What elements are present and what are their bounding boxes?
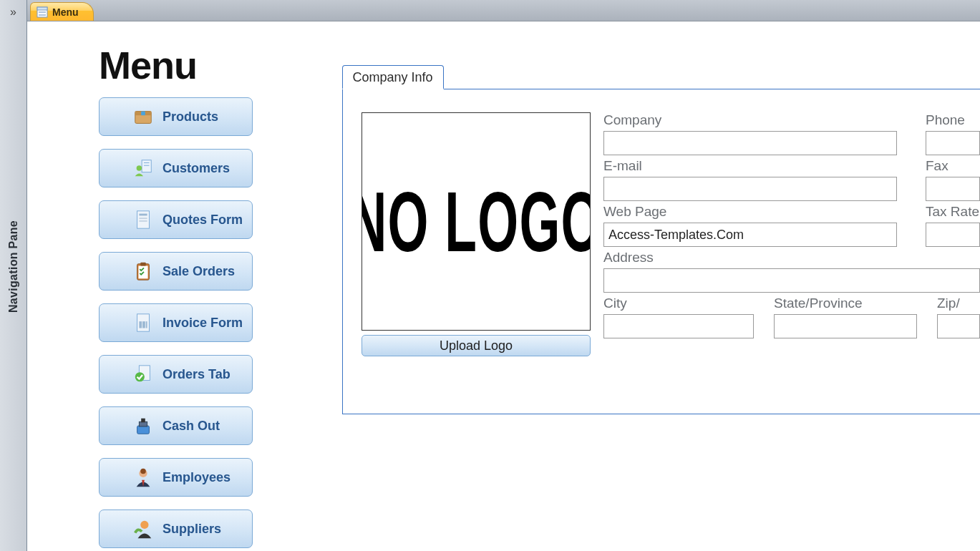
svg-rect-6 bbox=[141, 112, 145, 116]
email-input[interactable] bbox=[603, 177, 897, 201]
cash-register-icon bbox=[131, 415, 155, 437]
document-icon bbox=[131, 209, 155, 230]
svg-rect-14 bbox=[139, 220, 147, 222]
menu-label: Cash Out bbox=[162, 419, 220, 434]
menu-label: Customers bbox=[162, 161, 230, 176]
menu-button-sale-orders[interactable]: Sale Orders bbox=[99, 252, 253, 291]
city-input[interactable] bbox=[603, 314, 754, 338]
svg-rect-17 bbox=[140, 263, 146, 266]
webpage-input[interactable] bbox=[603, 223, 897, 247]
menu-label: Employees bbox=[162, 470, 231, 485]
svg-rect-24 bbox=[137, 426, 150, 434]
check-document-icon bbox=[131, 364, 155, 385]
page-title: Menu bbox=[99, 43, 285, 87]
invoice-icon bbox=[131, 312, 155, 333]
customer-icon bbox=[131, 157, 155, 179]
employee-icon bbox=[131, 467, 155, 488]
svg-point-29 bbox=[140, 521, 148, 529]
zip-label: Zip/ bbox=[937, 296, 980, 311]
upload-logo-button[interactable]: Upload Logo bbox=[362, 335, 591, 356]
company-label: Company bbox=[603, 112, 897, 128]
tab-menu[interactable]: Menu bbox=[30, 2, 94, 21]
state-label: State/Province bbox=[774, 296, 917, 311]
phone-label: Phone bbox=[926, 112, 980, 128]
navigation-pane-label: Navigation Pane bbox=[7, 220, 20, 313]
zip-input[interactable] bbox=[937, 314, 980, 338]
svg-rect-3 bbox=[39, 14, 46, 16]
expand-navpane-icon[interactable]: » bbox=[7, 4, 19, 20]
company-input[interactable] bbox=[603, 131, 897, 155]
svg-rect-19 bbox=[139, 321, 142, 328]
menu-label: Orders Tab bbox=[162, 367, 231, 382]
menu-button-cash-out[interactable]: Cash Out bbox=[99, 406, 253, 445]
svg-rect-21 bbox=[146, 321, 147, 328]
svg-rect-2 bbox=[39, 11, 46, 13]
address-input[interactable] bbox=[603, 268, 980, 293]
menu-button-quotes[interactable]: Quotes Form bbox=[99, 200, 253, 239]
menu-button-orders-tab[interactable]: Orders Tab bbox=[99, 355, 253, 394]
webpage-label: Web Page bbox=[603, 204, 897, 220]
menu-label: Products bbox=[162, 109, 218, 125]
navigation-pane-collapsed[interactable]: » Navigation Pane bbox=[0, 0, 27, 551]
svg-point-10 bbox=[137, 165, 142, 171]
menu-label: Sale Orders bbox=[162, 264, 235, 279]
menu-label: Suppliers bbox=[162, 522, 221, 537]
fax-input[interactable] bbox=[926, 177, 980, 201]
svg-rect-11 bbox=[137, 211, 150, 228]
phone-input[interactable] bbox=[926, 131, 980, 155]
menu-button-products[interactable]: Products bbox=[99, 97, 253, 136]
state-input[interactable] bbox=[774, 314, 917, 338]
city-label: City bbox=[603, 296, 754, 311]
svg-rect-1 bbox=[37, 7, 47, 10]
svg-point-28 bbox=[140, 469, 146, 474]
menu-button-employees[interactable]: Employees bbox=[99, 458, 253, 497]
taxrate-label: Tax Rate bbox=[926, 204, 980, 220]
clipboard-icon bbox=[131, 260, 155, 282]
svg-rect-26 bbox=[141, 419, 145, 423]
svg-rect-12 bbox=[139, 214, 147, 216]
box-icon bbox=[131, 106, 155, 127]
svg-rect-25 bbox=[139, 421, 147, 426]
menu-column: Menu Products Customers bbox=[99, 43, 285, 551]
taxrate-input[interactable] bbox=[926, 223, 980, 247]
menu-label: Quotes Form bbox=[162, 213, 243, 228]
supplier-icon bbox=[131, 518, 155, 540]
fax-label: Fax bbox=[926, 158, 980, 174]
logo-placeholder-text: NO LOGO bbox=[362, 173, 591, 270]
menu-button-invoice[interactable]: Invoice Form bbox=[99, 303, 253, 342]
email-label: E-mail bbox=[603, 158, 897, 174]
svg-rect-13 bbox=[139, 218, 147, 219]
menu-button-customers[interactable]: Customers bbox=[99, 149, 253, 187]
tab-menu-label: Menu bbox=[52, 6, 79, 18]
form-icon bbox=[37, 6, 48, 18]
company-info-panel: Company Info NO LOGO Upload Logo Company bbox=[342, 89, 980, 414]
address-label: Address bbox=[603, 250, 980, 265]
document-tab-strip: Menu bbox=[27, 0, 980, 21]
menu-label: Invoice Form bbox=[162, 316, 243, 331]
svg-rect-7 bbox=[142, 160, 151, 172]
company-info-tab[interactable]: Company Info bbox=[342, 65, 444, 89]
logo-placeholder[interactable]: NO LOGO bbox=[362, 112, 591, 331]
menu-button-suppliers[interactable]: Suppliers bbox=[99, 509, 253, 548]
svg-rect-20 bbox=[142, 321, 145, 328]
